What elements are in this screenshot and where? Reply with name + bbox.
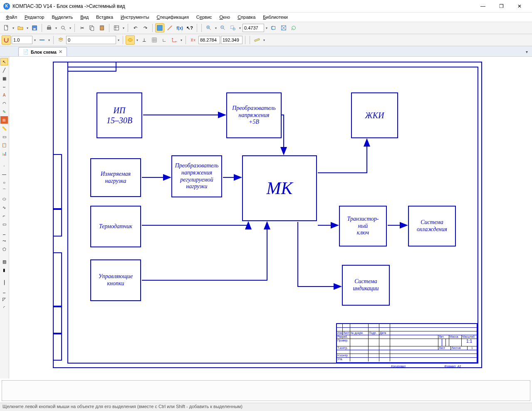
arc2-tool[interactable]: ⌒ [0,187,8,194]
hatch2-tool[interactable]: ▨ [0,258,8,265]
measure2-tool[interactable]: 📏 [0,125,8,132]
preview-button[interactable] [59,23,68,32]
arc-tool[interactable]: ◠ [0,100,8,107]
spline-tool[interactable]: ∿ [0,204,8,211]
paste-button[interactable] [97,23,106,32]
zoom-prev-button[interactable] [269,23,278,32]
tab-active[interactable]: 📄 Блок схема ✕ [18,47,67,56]
menu-editor[interactable]: Редактор [21,13,47,21]
text-tool[interactable]: A [0,91,8,99]
cursor-tool[interactable]: ↖ [0,58,8,65]
coord-y-input[interactable] [221,36,242,44]
layer-input[interactable] [66,36,116,44]
variables-button[interactable]: f(x) [175,23,184,32]
hatch-tool[interactable]: ▦ [0,75,8,82]
block-mk[interactable]: МК [242,155,317,221]
undo-button[interactable]: ↶ [131,23,140,32]
block-lcd[interactable]: ЖКИ [351,92,398,138]
ortho-button[interactable]: ⊥ [140,35,149,45]
zoom-in-dropdown[interactable]: ▾ [214,26,218,30]
measure-button[interactable] [252,35,262,45]
menu-spec[interactable]: Спецификация [153,13,192,21]
block-load[interactable]: Измеряемая нагрузка [90,158,141,197]
open-button[interactable] [16,23,25,32]
angle-button[interactable]: ∟ [160,35,169,45]
close-button[interactable]: ✕ [510,0,529,12]
block-cooling[interactable]: Система охлаждения [408,206,456,247]
block-thermo[interactable]: Термодатчик [90,206,141,247]
canvas[interactable]: ИП 15–30В Преобразователь напряжения +5В… [9,57,532,379]
menu-window[interactable]: Окно [216,13,234,21]
line-width-dropdown[interactable]: ▾ [33,38,37,42]
fillet-tool[interactable]: ◜ [0,304,8,311]
open-dropdown[interactable]: ▾ [26,26,29,30]
measure-dropdown[interactable]: ▾ [262,38,266,42]
properties-dropdown[interactable]: ▾ [122,26,125,30]
menu-view[interactable]: Вид [77,13,92,21]
zoom-value-dropdown[interactable]: ▾ [265,26,268,30]
zoom-out-button[interactable] [218,23,228,32]
point-tool[interactable]: · [0,162,8,169]
rect-tool[interactable]: ▭ [0,220,8,228]
snap-button[interactable] [2,35,11,45]
maximize-button[interactable]: ❐ [492,0,510,12]
preview-dropdown[interactable]: ▾ [69,26,72,30]
tabs-menu-chevron[interactable]: ▾ [523,50,530,54]
new-doc-button[interactable] [2,23,11,32]
block-indicate[interactable]: Система индикации [342,265,390,306]
zoom-in-button[interactable] [204,23,213,32]
cs-dropdown[interactable]: ▾ [180,38,183,42]
style-button[interactable] [165,23,174,32]
block-convreg[interactable]: Преобразователь напряжения регулируемой … [171,155,222,197]
print-dropdown[interactable]: ▾ [54,26,58,30]
save-button[interactable] [30,23,39,32]
layer-dropdown[interactable]: ▾ [117,38,120,42]
menu-file[interactable]: Файл [2,13,20,21]
polyline-tool[interactable]: ⌐ [0,212,8,219]
block-buttons[interactable]: Управляющие кнопки [90,259,141,301]
trim-tool[interactable]: ⎮ [0,279,8,286]
zoom-fit-button[interactable] [279,23,288,32]
title-block[interactable]: ИзмЛист№ докум.Подп.Дата Разраб.Лит.Масс… [336,323,478,363]
ellipse-tool[interactable]: ⬭ [0,195,8,203]
dimension-tool[interactable]: ↔ [0,83,8,90]
menu-select[interactable]: Выделить [48,13,76,21]
edit-tool[interactable]: ✎ [0,108,8,115]
block-transkey[interactable]: Транзистор- ный ключ [339,206,387,247]
reports-tool[interactable]: 📊 [0,149,8,157]
line-tool[interactable]: ╱ [0,66,8,74]
menu-libraries[interactable]: Библиотеки [260,13,291,21]
block-ip[interactable]: ИП 15–30В [97,92,142,138]
line-style-button[interactable] [37,35,47,45]
extend-tool[interactable]: ⎯ [0,287,8,294]
menu-tools[interactable]: Инструменты [117,13,153,21]
line-width-input[interactable] [12,36,32,44]
fill-tool[interactable]: ▮ [0,266,8,274]
zoom-region-dropdown[interactable]: ▾ [238,26,242,30]
coord-x-input[interactable] [198,36,220,44]
tab-close-icon[interactable]: ✕ [59,49,62,55]
menu-service[interactable]: Сервис [193,13,215,21]
poly-tool[interactable]: ⬠ [0,245,8,253]
bezier-tool[interactable]: ⎯ [0,229,8,236]
help-arrow-button[interactable]: ↖? [185,23,194,32]
properties-button[interactable] [112,23,121,32]
zoom-value-input[interactable] [242,24,264,32]
redo-button[interactable]: ↷ [141,23,150,32]
segment-tool[interactable]: — [0,170,8,178]
select-tool[interactable]: ▭ [0,133,8,140]
menu-insert[interactable]: Вставка [93,13,116,21]
refresh-button[interactable] [289,23,298,32]
grid-snap-button[interactable] [150,35,159,45]
minimize-button[interactable]: — [474,0,492,12]
local-cs-button[interactable] [170,35,179,45]
circle-tool[interactable]: ○ [0,179,8,186]
copy-button[interactable] [87,23,97,32]
fill-color-button[interactable] [126,35,135,45]
print-button[interactable] [45,23,54,32]
block-conv5v[interactable]: Преобразователь напряжения +5В [226,92,282,138]
spec-tool[interactable]: 📋 [0,141,8,149]
zoom-region-button[interactable] [228,23,238,32]
cut-button[interactable]: ✂ [77,23,87,32]
grid-toggle[interactable] [155,23,164,32]
